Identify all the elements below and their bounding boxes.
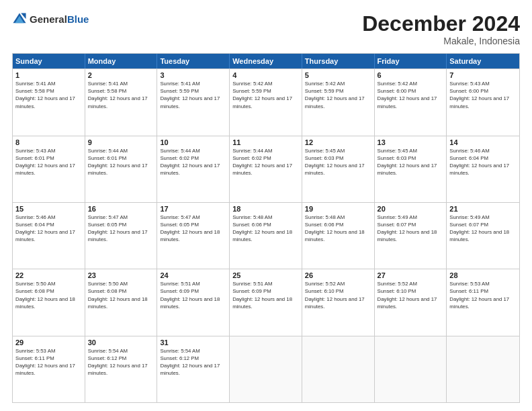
- cell-info: Sunrise: 5:53 AMSunset: 6:11 PMDaylight:…: [15, 348, 75, 376]
- cal-cell-4-5: [375, 336, 447, 402]
- day-number: 10: [160, 138, 226, 146]
- cal-cell-1-2: 10Sunrise: 5:44 AMSunset: 6:02 PMDayligh…: [157, 136, 230, 202]
- cal-cell-3-6: 28Sunrise: 5:53 AMSunset: 6:11 PMDayligh…: [447, 269, 519, 335]
- cell-info: Sunrise: 5:44 AMSunset: 6:02 PMDaylight:…: [232, 148, 292, 176]
- calendar-body: 1Sunrise: 5:41 AMSunset: 5:58 PMDaylight…: [13, 68, 519, 402]
- cell-info: Sunrise: 5:44 AMSunset: 6:01 PMDaylight:…: [88, 148, 148, 176]
- cal-cell-0-5: 6Sunrise: 5:42 AMSunset: 6:00 PMDaylight…: [375, 69, 447, 135]
- calendar-header: Sunday Monday Tuesday Wednesday Thursday…: [13, 54, 519, 68]
- cell-info: Sunrise: 5:53 AMSunset: 6:11 PMDaylight:…: [449, 281, 509, 309]
- cal-cell-2-0: 15Sunrise: 5:46 AMSunset: 6:04 PMDayligh…: [13, 203, 85, 269]
- week-row-4: 22Sunrise: 5:50 AMSunset: 6:08 PMDayligh…: [13, 269, 519, 335]
- day-number: 22: [15, 271, 82, 279]
- cal-cell-1-4: 12Sunrise: 5:45 AMSunset: 6:03 PMDayligh…: [302, 136, 375, 202]
- day-number: 16: [88, 205, 154, 213]
- cell-info: Sunrise: 5:42 AMSunset: 6:00 PMDaylight:…: [378, 81, 437, 109]
- cal-cell-2-4: 19Sunrise: 5:48 AMSunset: 6:06 PMDayligh…: [302, 203, 375, 269]
- cal-cell-1-5: 13Sunrise: 5:45 AMSunset: 6:03 PMDayligh…: [375, 136, 447, 202]
- cell-info: Sunrise: 5:47 AMSunset: 6:05 PMDaylight:…: [160, 214, 220, 242]
- day-number: 3: [160, 71, 226, 79]
- cell-info: Sunrise: 5:43 AMSunset: 6:00 PMDaylight:…: [449, 81, 509, 109]
- cell-info: Sunrise: 5:51 AMSunset: 6:09 PMDaylight:…: [160, 281, 220, 309]
- logo-text: GeneralBlue: [30, 13, 89, 26]
- day-number: 11: [232, 138, 299, 146]
- cell-info: Sunrise: 5:43 AMSunset: 6:01 PMDaylight:…: [15, 148, 75, 176]
- day-number: 27: [378, 271, 444, 279]
- cal-cell-0-4: 5Sunrise: 5:42 AMSunset: 5:59 PMDaylight…: [302, 69, 375, 135]
- header-tuesday: Tuesday: [157, 54, 230, 68]
- cal-cell-4-0: 29Sunrise: 5:53 AMSunset: 6:11 PMDayligh…: [13, 336, 85, 402]
- cal-cell-1-3: 11Sunrise: 5:44 AMSunset: 6:02 PMDayligh…: [230, 136, 302, 202]
- cal-cell-2-3: 18Sunrise: 5:48 AMSunset: 6:06 PMDayligh…: [230, 203, 302, 269]
- day-number: 6: [378, 71, 444, 79]
- day-number: 30: [88, 338, 154, 347]
- day-number: 29: [15, 338, 82, 347]
- day-number: 23: [88, 271, 154, 279]
- day-number: 24: [160, 271, 226, 279]
- header-monday: Monday: [85, 54, 158, 68]
- cal-cell-2-5: 20Sunrise: 5:49 AMSunset: 6:07 PMDayligh…: [375, 203, 447, 269]
- title-location: Makale, Indonesia: [362, 36, 520, 46]
- day-number: 26: [305, 271, 371, 279]
- title-month: December 2024: [362, 12, 520, 36]
- day-number: 5: [305, 71, 371, 79]
- header-friday: Friday: [375, 54, 447, 68]
- week-row-1: 1Sunrise: 5:41 AMSunset: 5:58 PMDaylight…: [13, 68, 519, 135]
- cell-info: Sunrise: 5:49 AMSunset: 6:07 PMDaylight:…: [378, 214, 437, 242]
- day-number: 8: [15, 138, 82, 146]
- cell-info: Sunrise: 5:46 AMSunset: 6:04 PMDaylight:…: [15, 214, 75, 242]
- page: GeneralBlue December 2024 Makale, Indone…: [0, 0, 532, 411]
- cell-info: Sunrise: 5:49 AMSunset: 6:07 PMDaylight:…: [449, 214, 509, 242]
- cal-cell-4-1: 30Sunrise: 5:54 AMSunset: 6:12 PMDayligh…: [85, 336, 158, 402]
- cal-cell-1-1: 9Sunrise: 5:44 AMSunset: 6:01 PMDaylight…: [85, 136, 158, 202]
- day-number: 1: [15, 71, 82, 79]
- cal-cell-0-2: 3Sunrise: 5:41 AMSunset: 5:59 PMDaylight…: [157, 69, 230, 135]
- calendar: Sunday Monday Tuesday Wednesday Thursday…: [12, 53, 520, 403]
- cell-info: Sunrise: 5:47 AMSunset: 6:05 PMDaylight:…: [88, 214, 148, 242]
- cell-info: Sunrise: 5:52 AMSunset: 6:10 PMDaylight:…: [305, 281, 365, 309]
- cell-info: Sunrise: 5:45 AMSunset: 6:03 PMDaylight:…: [305, 148, 365, 176]
- cal-cell-4-3: [230, 336, 302, 402]
- header-sunday: Sunday: [13, 54, 85, 68]
- day-number: 18: [232, 205, 299, 213]
- cal-cell-2-2: 17Sunrise: 5:47 AMSunset: 6:05 PMDayligh…: [157, 203, 230, 269]
- cal-cell-3-3: 25Sunrise: 5:51 AMSunset: 6:09 PMDayligh…: [230, 269, 302, 335]
- day-number: 9: [88, 138, 154, 146]
- cal-cell-4-4: [302, 336, 375, 402]
- cell-info: Sunrise: 5:46 AMSunset: 6:04 PMDaylight:…: [449, 148, 509, 176]
- cal-cell-0-3: 4Sunrise: 5:42 AMSunset: 5:59 PMDaylight…: [230, 69, 302, 135]
- cell-info: Sunrise: 5:45 AMSunset: 6:03 PMDaylight:…: [378, 148, 437, 176]
- day-number: 31: [160, 338, 226, 347]
- day-number: 20: [378, 205, 444, 213]
- logo-blue: Blue: [67, 13, 89, 25]
- cal-cell-2-1: 16Sunrise: 5:47 AMSunset: 6:05 PMDayligh…: [85, 203, 158, 269]
- cell-info: Sunrise: 5:42 AMSunset: 5:59 PMDaylight:…: [232, 81, 292, 109]
- cal-cell-3-4: 26Sunrise: 5:52 AMSunset: 6:10 PMDayligh…: [302, 269, 375, 335]
- cell-info: Sunrise: 5:51 AMSunset: 6:09 PMDaylight:…: [232, 281, 292, 309]
- logo-general: General: [30, 13, 67, 25]
- day-number: 15: [15, 205, 82, 213]
- day-number: 13: [378, 138, 444, 146]
- cal-cell-4-6: [447, 336, 519, 402]
- cell-info: Sunrise: 5:42 AMSunset: 5:59 PMDaylight:…: [305, 81, 365, 109]
- cal-cell-0-6: 7Sunrise: 5:43 AMSunset: 6:00 PMDaylight…: [447, 69, 519, 135]
- header: GeneralBlue December 2024 Makale, Indone…: [12, 12, 520, 46]
- cell-info: Sunrise: 5:54 AMSunset: 6:12 PMDaylight:…: [160, 348, 220, 376]
- cell-info: Sunrise: 5:44 AMSunset: 6:02 PMDaylight:…: [160, 148, 220, 176]
- cal-cell-1-0: 8Sunrise: 5:43 AMSunset: 6:01 PMDaylight…: [13, 136, 85, 202]
- day-number: 28: [449, 271, 517, 279]
- cell-info: Sunrise: 5:54 AMSunset: 6:12 PMDaylight:…: [88, 348, 148, 376]
- logo: GeneralBlue: [12, 12, 89, 27]
- title-block: December 2024 Makale, Indonesia: [362, 12, 520, 46]
- cell-info: Sunrise: 5:50 AMSunset: 6:08 PMDaylight:…: [88, 281, 148, 309]
- cell-info: Sunrise: 5:48 AMSunset: 6:06 PMDaylight:…: [305, 214, 365, 242]
- day-number: 19: [305, 205, 371, 213]
- day-number: 14: [449, 138, 517, 146]
- cal-cell-0-0: 1Sunrise: 5:41 AMSunset: 5:58 PMDaylight…: [13, 69, 85, 135]
- day-number: 25: [232, 271, 299, 279]
- cal-cell-1-6: 14Sunrise: 5:46 AMSunset: 6:04 PMDayligh…: [447, 136, 519, 202]
- header-saturday: Saturday: [447, 54, 519, 68]
- cell-info: Sunrise: 5:52 AMSunset: 6:10 PMDaylight:…: [378, 281, 437, 309]
- cell-info: Sunrise: 5:48 AMSunset: 6:06 PMDaylight:…: [232, 214, 292, 242]
- week-row-2: 8Sunrise: 5:43 AMSunset: 6:01 PMDaylight…: [13, 136, 519, 202]
